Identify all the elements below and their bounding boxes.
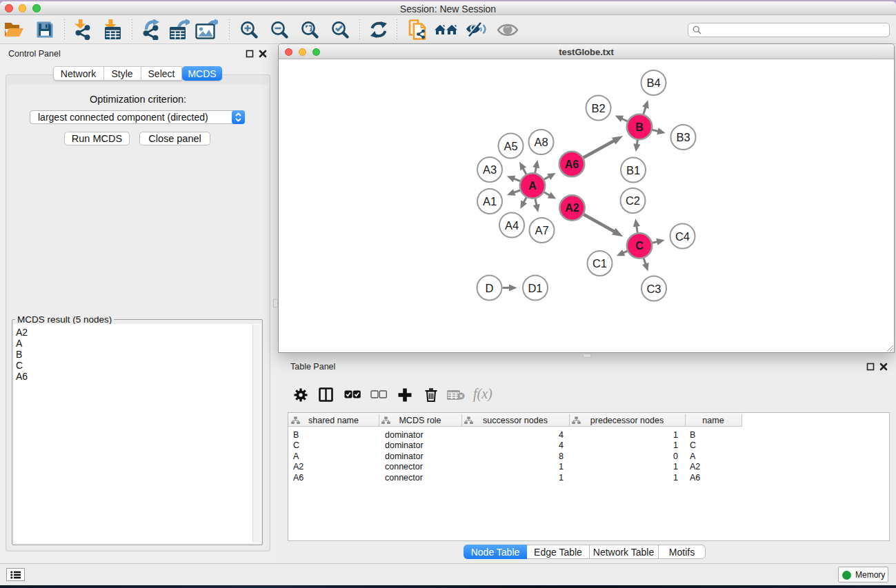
svg-text:D: D <box>486 282 494 294</box>
svg-text:B3: B3 <box>676 131 690 143</box>
svg-text:C1: C1 <box>593 257 607 270</box>
svg-text:A3: A3 <box>483 163 497 176</box>
svg-text:C4: C4 <box>675 230 690 243</box>
svg-text:D1: D1 <box>528 282 542 294</box>
svg-text:C2: C2 <box>626 194 640 207</box>
svg-text:C: C <box>635 240 644 252</box>
svg-text:B: B <box>635 121 644 133</box>
svg-text:A: A <box>528 180 537 192</box>
svg-text:B1: B1 <box>626 164 640 176</box>
svg-text:C3: C3 <box>646 283 661 295</box>
svg-text:A8: A8 <box>534 136 548 148</box>
svg-text:A1: A1 <box>483 195 497 207</box>
svg-text:A2: A2 <box>565 202 579 214</box>
svg-text:A7: A7 <box>535 224 548 236</box>
svg-text:B4: B4 <box>646 77 660 89</box>
svg-text:A6: A6 <box>565 159 579 170</box>
svg-text:A4: A4 <box>505 219 519 232</box>
svg-text:A5: A5 <box>504 140 517 152</box>
svg-text:B2: B2 <box>591 102 605 114</box>
